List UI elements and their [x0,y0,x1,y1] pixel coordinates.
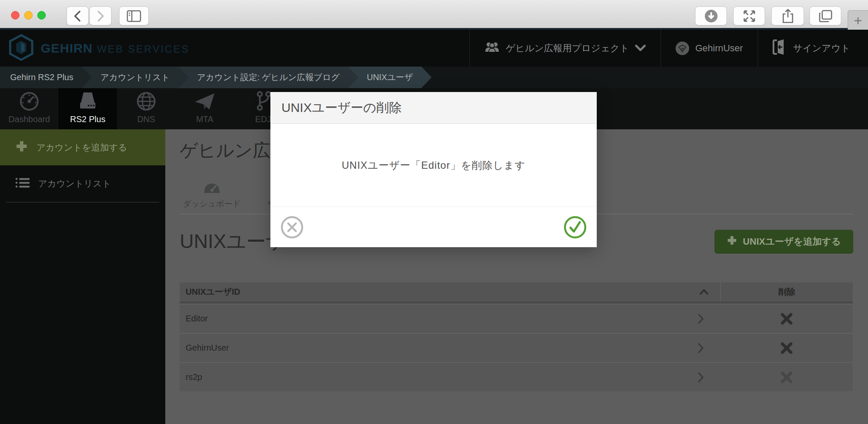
sidebar-toggle-button[interactable] [119,6,149,25]
header-actions: ゲヒルン広報用プロジェクト GehirnUser サインアウト [469,30,868,67]
table-header-row: UNIXユーザID 削除 [180,282,853,304]
chevron-down-icon [635,43,646,54]
server-icon [78,92,98,111]
sidebar-item-label: アカウントを追加する [36,142,127,153]
users-group-icon [484,42,500,55]
minimize-window-button[interactable] [24,11,33,20]
nav-label: DNS [137,114,155,124]
nav-label: RS2 Plus [70,114,105,124]
tab-label: ダッシュボード [183,198,241,209]
cancel-button[interactable] [281,216,303,239]
delete-unix-user-modal: UNIXユーザーの削除 UNIXユーザー「Editor」を削除します [270,92,597,247]
confirm-button[interactable] [564,216,587,239]
table-row[interactable]: GehirnUser [180,333,853,362]
sign-out-button[interactable]: サインアウト [757,30,868,67]
brand-name: GEHIRNWEB SERVICES [41,41,189,56]
sidebar-item-add-account[interactable]: アカウントを追加する [0,129,165,165]
gauge-icon [19,92,39,111]
plus-icon [15,140,28,155]
x-circle-icon [281,216,303,239]
forward-icon [95,10,106,22]
add-unix-user-label: UNIXユーザを追加する [743,235,841,248]
table-row[interactable]: rs2p [180,362,853,391]
share-icon [782,9,794,23]
nav-item-dashboard[interactable]: Dashboard [0,88,58,129]
zoom-window-button[interactable] [37,11,46,20]
nav-item-dns[interactable]: DNS [117,88,175,129]
modal-footer [270,206,597,247]
column-header-delete: 削除 [720,282,853,301]
traffic-lights [11,11,46,20]
project-switcher[interactable]: ゲヒルン広報用プロジェクト [469,30,660,67]
chevron-right-icon[interactable] [697,371,704,383]
project-name: ゲヒルン広報用プロジェクト [506,42,629,55]
tabs-overview-icon [819,10,832,22]
download-icon [704,9,718,23]
nav-label: Dashboard [8,114,50,124]
list-icon [15,177,30,190]
share-button[interactable] [771,6,804,25]
modal-title: UNIXユーザーの削除 [270,92,597,124]
sidebar-divider [6,202,159,203]
git-branch-icon [255,91,272,111]
avatar [676,42,689,55]
globe-icon [136,92,156,111]
breadcrumb-item-account-settings[interactable]: アカウント設定: ゲヒルン広報ブログ [178,67,359,88]
unix-user-table: UNIXユーザID 削除 Editor GehirnUser [180,282,853,391]
modal-message: UNIXユーザー「Editor」を削除します [270,124,597,206]
table-row[interactable]: Editor [180,304,853,333]
breadcrumb-item-unix-user[interactable]: UNIXユーザ [347,67,431,88]
check-circle-icon [564,216,587,239]
unix-user-id: GehirnUser [186,343,229,353]
back-icon [72,10,83,22]
delete-x-icon-disabled [781,371,793,383]
nav-label: EDJ [255,114,271,124]
sidebar-item-account-list[interactable]: アカウントリスト [0,165,165,202]
tab-overview-button[interactable] [810,6,841,25]
downloads-button[interactable] [695,6,727,25]
forward-button[interactable] [89,6,111,25]
brand-logo[interactable]: GEHIRNWEB SERVICES [0,34,189,63]
column-header-unix-user-id[interactable]: UNIXユーザID [180,282,720,301]
delete-x-icon[interactable] [781,342,793,354]
paper-plane-icon [194,92,215,111]
unix-user-id: Editor [186,314,208,324]
gehirn-hexagon-icon [8,34,34,63]
user-name: GehirnUser [695,43,743,54]
nav-item-rs2plus[interactable]: RS2 Plus [58,88,117,129]
section-title: UNIXユーザ [180,229,286,255]
plus-icon [727,235,737,248]
sign-out-label: サインアウト [793,42,850,55]
back-button[interactable] [67,6,89,25]
fullscreen-icon [743,9,756,23]
new-tab-button[interactable]: + [848,10,868,30]
sidebar-item-label: アカウントリスト [38,178,111,190]
nav-item-mta[interactable]: MTA [175,88,234,129]
fullscreen-button[interactable] [733,6,765,25]
chevron-right-icon[interactable] [697,313,704,325]
unix-user-id: rs2p [186,372,202,382]
nav-label: MTA [196,114,214,124]
chevron-right-icon[interactable] [697,342,704,354]
sidebar-toggle-icon [127,10,141,22]
delete-x-icon[interactable] [781,313,793,325]
close-window-button[interactable] [11,11,19,20]
app-header: GEHIRNWEB SERVICES ゲヒルン広報用プロジェクト GehirnU… [0,30,868,67]
breadcrumb-item-rs2plus[interactable]: Gehirn RS2 Plus [0,67,92,88]
breadcrumb: Gehirn RS2 Plus アカウントリスト アカウント設定: ゲヒルン広報… [0,67,868,88]
sidebar: アカウントを追加する アカウントリスト [0,129,165,424]
sign-out-icon [773,39,787,57]
window-chrome: + [0,0,868,30]
add-unix-user-button[interactable]: UNIXユーザを追加する [715,230,853,254]
breadcrumb-item-account-list[interactable]: アカウントリスト [81,67,189,88]
user-menu[interactable]: GehirnUser [660,30,757,67]
gauge-icon [203,182,220,195]
sort-asc-icon[interactable] [699,289,709,295]
tab-dashboard[interactable]: ダッシュボード [180,182,244,214]
